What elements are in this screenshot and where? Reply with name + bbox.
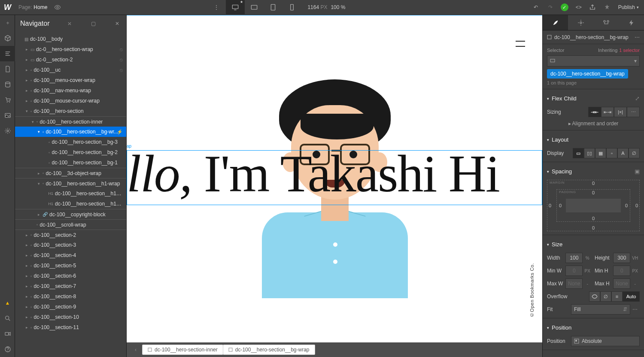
tree-node[interactable]: ▫dc-100__hero-section__bg-3 bbox=[15, 137, 126, 147]
tree-node[interactable]: ▸▫dc-100__section-6 bbox=[15, 271, 126, 281]
navigator-icon[interactable] bbox=[0, 46, 15, 61]
hero-headline[interactable]: llo, I'm Takashi Hi bbox=[127, 144, 542, 204]
flex-sizing-group[interactable]: ⇥⇤ ⇤⇥ |×| ⋯ bbox=[588, 107, 640, 117]
site-hamburger-icon[interactable] bbox=[516, 41, 525, 47]
display-inline-icon[interactable]: A bbox=[617, 148, 629, 158]
tree-node[interactable]: ▾▫dc-100__hero-section-inner bbox=[15, 116, 126, 127]
display-block-icon[interactable]: ▭ bbox=[573, 148, 584, 158]
tree-node[interactable]: ▸▭dc-0__section-2⦸ bbox=[15, 54, 126, 65]
status-check-icon[interactable]: ✓ bbox=[561, 3, 568, 11]
selector-field[interactable]: ▾ bbox=[547, 55, 640, 67]
tree-node[interactable]: ▾▫dc-100__hero-section__bg-wr...⚡ bbox=[15, 127, 126, 137]
expand-icon[interactable]: ▢ bbox=[89, 21, 97, 27]
fit-more-icon[interactable]: ⋯ bbox=[630, 306, 640, 312]
fit-select[interactable]: Fill⇵ bbox=[571, 304, 630, 315]
style-tab-icon[interactable] bbox=[543, 15, 568, 30]
expand-section-icon[interactable]: ⤢ bbox=[635, 95, 640, 102]
tree-node[interactable]: ▾▫dc-100__hero-section bbox=[15, 106, 126, 116]
tree-node[interactable]: ▤dc-100__body bbox=[15, 34, 126, 44]
device-mobile-icon[interactable] bbox=[283, 0, 301, 15]
webflow-logo[interactable]: W bbox=[0, 0, 15, 15]
search-icon[interactable] bbox=[0, 311, 15, 326]
tree-node[interactable]: ▸▫dc-100__uc⦸ bbox=[15, 65, 126, 75]
flex-shrink-icon[interactable]: ⇥⇤ bbox=[588, 107, 601, 117]
pin-icon[interactable]: ⤫ bbox=[66, 21, 73, 27]
add-element-icon[interactable]: ＋ bbox=[0, 15, 15, 30]
style-manager-tab-icon[interactable] bbox=[593, 15, 619, 30]
inheriting-from[interactable]: 1 selector bbox=[619, 48, 640, 53]
class-tag[interactable]: dc-100__hero-section__bg-wrap bbox=[547, 69, 628, 79]
breadcrumb-item[interactable]: dc-100__hero-section__bg-wrap bbox=[223, 345, 315, 355]
interactions-tab-icon[interactable] bbox=[619, 15, 644, 30]
display-group[interactable]: ▭ ▯▯ ▦ ▫ A ∅ bbox=[573, 148, 640, 158]
tree-node[interactable]: H1dc-100__hero-section__h1-text bbox=[15, 199, 126, 209]
tree-node[interactable]: ▸▫dc-100__section-4 bbox=[15, 250, 126, 260]
maxh-input[interactable]: None bbox=[613, 278, 630, 289]
tree-node[interactable]: ▸▫dc-100__menu-cover-wrap bbox=[15, 75, 126, 85]
export-icon[interactable] bbox=[589, 4, 598, 11]
publish-button[interactable]: Publish ▾ bbox=[618, 4, 639, 10]
tree-node[interactable]: H1dc-100__hero-section__h1-text bbox=[15, 188, 126, 199]
display-flex-icon[interactable]: ▯▯ bbox=[584, 148, 595, 158]
tree-node[interactable]: ▸▫dc-100__section-11 bbox=[15, 322, 126, 333]
tree-node[interactable]: ▾▫dc-100__hero-section__h1-wrap bbox=[15, 178, 126, 188]
display-grid-icon[interactable]: ▦ bbox=[595, 148, 606, 158]
tree-node[interactable]: ▸▫dc-100__3d-object-wrap bbox=[15, 168, 126, 178]
hidden-icon[interactable]: ⦸ bbox=[120, 47, 123, 52]
cms-icon[interactable] bbox=[0, 77, 15, 92]
flex-grow-icon[interactable]: ⇤⇥ bbox=[601, 107, 614, 117]
design-canvas[interactable]: llo, I'm Takashi Hi ap ©Open Bookmarks C… bbox=[127, 15, 542, 342]
breadcrumb-prev-icon[interactable]: ‹ bbox=[132, 347, 140, 353]
tree-node[interactable]: ▸▫dc-100__section-9 bbox=[15, 302, 126, 312]
hidden-icon[interactable]: ⦸ bbox=[120, 57, 123, 63]
tree-node[interactable]: ▸▫dc-100__mouse-cursor-wrap bbox=[15, 96, 126, 106]
device-desktop-icon[interactable] bbox=[226, 0, 245, 15]
tree-node[interactable]: ▸🔗dc-100__copyright-block bbox=[15, 209, 126, 219]
navigator-tree[interactable]: ▤dc-100__body▸▭dc-0__hero-section-wrap⦸▸… bbox=[15, 32, 126, 357]
element-more-icon[interactable]: ⋯ bbox=[635, 34, 640, 40]
tree-node[interactable]: ▫dc-100__hero-section__bg-1 bbox=[15, 157, 126, 168]
audit-warning-icon[interactable]: ▲ bbox=[0, 295, 15, 311]
undo-icon[interactable]: ↶ bbox=[532, 4, 540, 10]
flex-more-icon[interactable]: ⋯ bbox=[627, 107, 640, 117]
tree-node[interactable]: ▸▫dc-100__section-2 bbox=[15, 230, 126, 240]
position-select[interactable]: Absolute bbox=[571, 336, 640, 346]
video-icon[interactable] bbox=[0, 326, 15, 342]
settings-icon[interactable] bbox=[0, 123, 15, 139]
tree-node[interactable]: ▫dc-100__scroll-wrap bbox=[15, 219, 126, 230]
ecommerce-icon[interactable] bbox=[0, 92, 15, 108]
close-icon[interactable]: ✕ bbox=[113, 21, 121, 27]
breadcrumb-item[interactable]: dc-100__hero-section-inner bbox=[142, 345, 223, 355]
viewport-width[interactable]: 1164 PX bbox=[307, 4, 327, 10]
minw-input[interactable]: 0 bbox=[565, 266, 583, 276]
tree-node[interactable]: ▸▭dc-0__hero-section-wrap⦸ bbox=[15, 44, 126, 54]
hidden-icon[interactable]: ⦸ bbox=[120, 67, 123, 73]
assets-icon[interactable] bbox=[0, 108, 15, 123]
audit-icon[interactable] bbox=[604, 4, 612, 11]
device-tablet-icon[interactable] bbox=[264, 0, 283, 15]
interactions-bolt-icon[interactable]: ⚡ bbox=[117, 129, 123, 135]
overflow-scroll-icon[interactable]: ≡ bbox=[611, 291, 623, 302]
tree-node[interactable]: ▸▫dc-100__section-10 bbox=[15, 312, 126, 322]
flex-none-icon[interactable]: |×| bbox=[614, 107, 627, 117]
redo-icon[interactable]: ↷ bbox=[546, 4, 555, 10]
display-none-icon[interactable]: ∅ bbox=[629, 148, 640, 158]
tree-node[interactable]: ▸▫dc-100__nav-menu-wrap bbox=[15, 85, 126, 96]
kebab-icon[interactable]: ⋮ bbox=[207, 0, 226, 15]
tree-node[interactable]: ▫dc-100__hero-section__bg-2 bbox=[15, 147, 126, 157]
pages-icon[interactable] bbox=[0, 61, 15, 77]
overflow-group[interactable]: ∅ ≡ Auto bbox=[589, 291, 640, 302]
maxw-input[interactable]: None bbox=[565, 278, 583, 289]
copyright-vertical[interactable]: ©Open Bookmarks Co. bbox=[529, 263, 535, 318]
zoom-level[interactable]: 100 % bbox=[331, 4, 345, 10]
help-icon[interactable] bbox=[0, 342, 15, 357]
overflow-hidden-icon[interactable]: ∅ bbox=[600, 291, 611, 302]
overflow-visible-icon[interactable] bbox=[589, 291, 600, 302]
spacing-editor[interactable]: MARGIN PADDING 0 0 0 0 0 0 0 0 bbox=[547, 180, 640, 231]
tree-node[interactable]: ▸▫dc-100__section-7 bbox=[15, 281, 126, 291]
minh-input[interactable]: 0 bbox=[613, 266, 630, 276]
display-inline-block-icon[interactable]: ▫ bbox=[606, 148, 617, 158]
tree-node[interactable]: ▸▫dc-100__section-5 bbox=[15, 260, 126, 271]
height-input[interactable]: 300 bbox=[613, 253, 630, 263]
cube-icon[interactable] bbox=[0, 30, 15, 46]
